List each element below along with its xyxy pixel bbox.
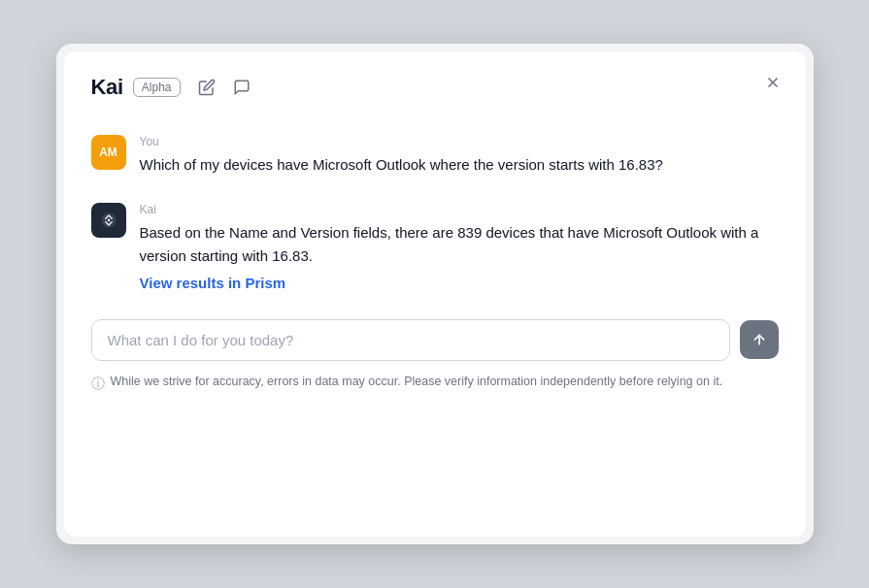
close-button[interactable] bbox=[759, 71, 786, 97]
edit-button[interactable] bbox=[194, 75, 219, 100]
input-area: ⓘ While we strive for accuracy, errors i… bbox=[91, 319, 779, 394]
user-avatar: AM bbox=[91, 135, 126, 170]
chat-history-button[interactable] bbox=[229, 75, 254, 100]
kai-logo-icon bbox=[99, 211, 118, 230]
app-title: Kai bbox=[91, 75, 123, 100]
header: Kai Alpha bbox=[91, 75, 779, 100]
avatar-initials: AM bbox=[99, 146, 117, 159]
kai-message: Kai Based on the Name and Version fields… bbox=[91, 203, 779, 292]
alpha-badge: Alpha bbox=[133, 78, 181, 97]
edit-icon bbox=[198, 79, 216, 96]
user-sender-label: You bbox=[140, 135, 779, 148]
kai-message-content: Kai Based on the Name and Version fields… bbox=[140, 203, 779, 292]
view-results-link[interactable]: View results in Prism bbox=[140, 275, 286, 291]
send-icon bbox=[752, 332, 767, 347]
svg-point-2 bbox=[107, 219, 110, 222]
kai-sender-label: Kai bbox=[140, 203, 779, 216]
disclaimer: ⓘ While we strive for accuracy, errors i… bbox=[91, 373, 779, 394]
user-message-text: Which of my devices have Microsoft Outlo… bbox=[140, 153, 779, 176]
modal: Kai Alpha bbox=[64, 51, 806, 537]
kai-message-text: Based on the Name and Version fields, th… bbox=[140, 221, 779, 267]
send-button[interactable] bbox=[740, 320, 779, 359]
chat-history-icon bbox=[233, 79, 251, 96]
info-icon: ⓘ bbox=[91, 374, 105, 394]
modal-wrapper: Kai Alpha bbox=[56, 44, 814, 544]
input-row bbox=[91, 319, 779, 361]
chat-input[interactable] bbox=[91, 319, 730, 361]
close-icon bbox=[765, 75, 781, 90]
user-message-content: You Which of my devices have Microsoft O… bbox=[140, 135, 779, 176]
messages-container: AM You Which of my devices have Microsof… bbox=[91, 135, 779, 292]
user-message: AM You Which of my devices have Microsof… bbox=[91, 135, 779, 176]
disclaimer-text: While we strive for accuracy, errors in … bbox=[111, 373, 723, 391]
kai-avatar bbox=[91, 203, 126, 238]
header-icons bbox=[194, 75, 254, 100]
